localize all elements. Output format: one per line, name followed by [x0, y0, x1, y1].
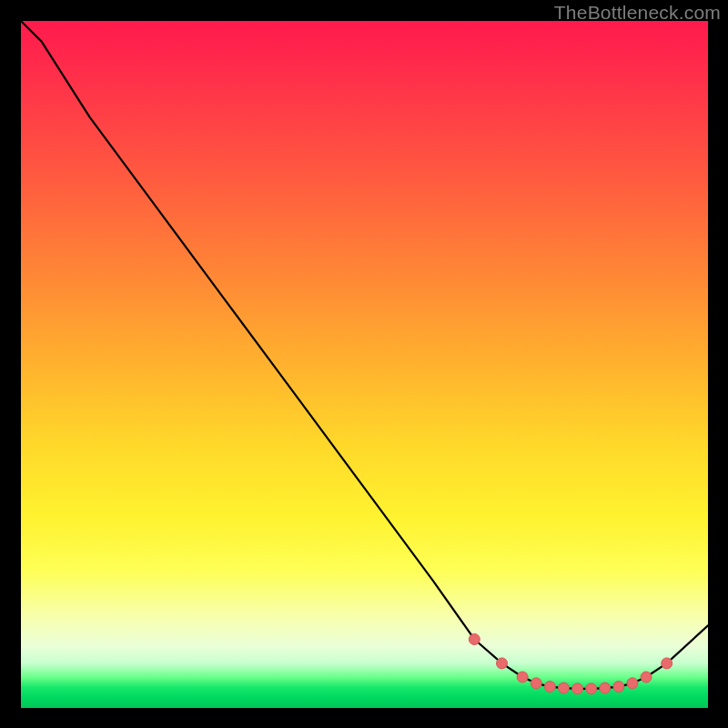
data-marker	[517, 672, 528, 682]
data-marker	[627, 678, 638, 689]
data-marker	[572, 683, 583, 694]
data-marker	[613, 682, 624, 693]
watermark-text: TheBottleneck.com	[554, 2, 721, 24]
data-marker	[531, 678, 541, 689]
plot-area	[21, 21, 708, 708]
data-marker	[497, 658, 508, 669]
data-marker	[600, 682, 611, 693]
data-marker	[469, 634, 480, 645]
curve-group	[21, 21, 708, 694]
data-marker	[641, 672, 652, 682]
outer-frame: TheBottleneck.com	[0, 0, 728, 728]
marker-group	[469, 634, 672, 694]
data-marker	[544, 682, 555, 693]
data-marker	[586, 683, 597, 694]
main-curve	[21, 21, 708, 689]
data-marker	[662, 658, 672, 669]
data-marker	[558, 682, 569, 693]
chart-svg	[21, 21, 708, 708]
